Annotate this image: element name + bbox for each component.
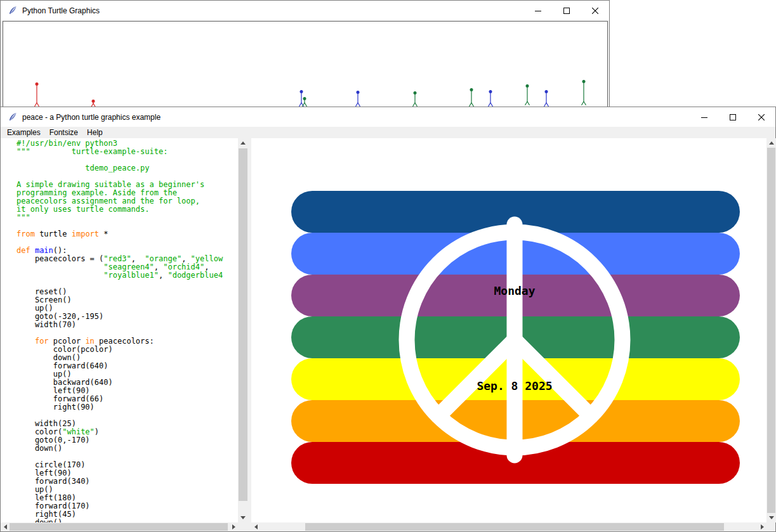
scroll-down-button[interactable]	[766, 513, 776, 522]
canvas-vertical-scrollbar[interactable]	[766, 138, 776, 522]
window-controls	[690, 107, 775, 127]
left-arrow-icon	[254, 524, 258, 529]
minimize-button[interactable]	[523, 1, 552, 20]
up-arrow-icon	[769, 141, 774, 145]
code-line: """ turtle-example-suite:	[16, 148, 238, 156]
titlebar[interactable]: Python Turtle Graphics	[1, 1, 609, 20]
scroll-right-button[interactable]	[758, 522, 766, 531]
scroll-up-button[interactable]	[238, 138, 248, 148]
scroll-right-button[interactable]	[229, 522, 238, 531]
tk-feather-icon	[7, 112, 17, 122]
scrollbar-thumb[interactable]	[239, 148, 247, 501]
code-line: tdemo_peace.py	[16, 164, 238, 172]
code-line: "royalblue1", "dodgerblue4	[16, 271, 238, 280]
date-label: Sep. 8 2025	[477, 379, 552, 393]
right-arrow-icon	[761, 524, 764, 529]
close-button[interactable]	[747, 107, 775, 127]
weekday-label: Monday	[494, 284, 535, 297]
code-line: """	[16, 214, 238, 222]
minimize-button[interactable]	[690, 107, 718, 127]
down-arrow-icon	[769, 516, 774, 519]
close-button[interactable]	[581, 1, 609, 20]
code-editor[interactable]: #!/usr/bin/env python3""" turtle-example…	[1, 138, 238, 522]
code-horizontal-scrollbar[interactable]	[1, 522, 238, 531]
canvas-horizontal-scrollbar[interactable]	[251, 522, 766, 531]
code-line: width(70)	[16, 321, 238, 329]
window-title: peace - a Python turtle graphics example	[22, 113, 161, 122]
tk-feather-icon	[7, 6, 17, 16]
window-title: Python Turtle Graphics	[22, 6, 100, 15]
scrollbar-thumb[interactable]	[767, 148, 775, 513]
scrollbar-thumb[interactable]	[10, 523, 228, 531]
code-line: right(90)	[16, 403, 238, 412]
drawing-canvas[interactable]: Monday Sep. 8 2025	[251, 138, 766, 522]
scroll-left-button[interactable]	[1, 522, 10, 531]
scroll-up-button[interactable]	[766, 138, 776, 148]
scroll-down-button[interactable]	[238, 513, 248, 522]
peace-example-window: peace - a Python turtle graphics example…	[0, 107, 776, 532]
up-arrow-icon	[240, 141, 246, 145]
code-text: #!/usr/bin/env python3""" turtle-example…	[16, 139, 238, 522]
code-line: from turtle import *	[16, 230, 238, 238]
code-vertical-scrollbar[interactable]	[238, 138, 248, 522]
down-arrow-icon	[240, 516, 246, 519]
scroll-left-button[interactable]	[251, 522, 260, 531]
scrollbar-thumb[interactable]	[305, 523, 724, 531]
peace-symbol	[251, 138, 766, 522]
menu-help[interactable]: Help	[82, 127, 107, 138]
maximize-button[interactable]	[718, 107, 747, 127]
menu-fontsize[interactable]: Fontsize	[45, 127, 82, 138]
menu-examples[interactable]: Examples	[3, 127, 45, 138]
right-arrow-icon	[232, 524, 235, 529]
code-line: it only uses turtle commands.	[16, 205, 238, 214]
code-line: down()	[16, 444, 238, 453]
window-controls	[523, 1, 609, 20]
left-arrow-icon	[4, 524, 7, 529]
menu-bar: Examples Fontsize Help	[1, 127, 775, 139]
titlebar[interactable]: peace - a Python turtle graphics example	[1, 107, 775, 127]
scrollbar-corner	[238, 522, 251, 531]
maximize-button[interactable]	[552, 1, 581, 20]
